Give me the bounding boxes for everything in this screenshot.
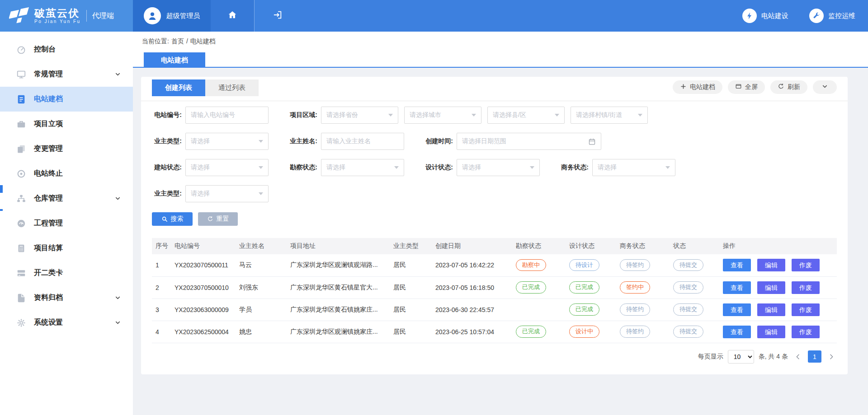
sidebar-item-dashboard[interactable]: 工程管理 <box>0 211 133 236</box>
brand-subtitle: Po Jian Yun Fu <box>34 19 81 24</box>
per-page-label: 每页显示 <box>698 353 723 361</box>
action-view-button[interactable]: 查看 <box>723 303 751 316</box>
card-icon <box>16 268 26 278</box>
chevron-right-icon[interactable] <box>828 353 835 360</box>
action-edit-button[interactable]: 编辑 <box>757 259 785 271</box>
action-void-button[interactable]: 作废 <box>792 281 820 294</box>
sidebar-scrollbar-thumb[interactable] <box>0 185 3 193</box>
sitemap-icon <box>16 194 26 204</box>
sidebar-item-card[interactable]: 开二类卡 <box>0 261 133 285</box>
collapse-toggle-button[interactable] <box>813 80 837 94</box>
brand-area: 破茧云伏 Po Jian Yun Fu 代理端 <box>0 0 133 32</box>
home-icon <box>227 10 237 22</box>
county-select[interactable]: 请选择县/区 <box>487 107 565 124</box>
target-icon <box>16 169 26 179</box>
per-page-select[interactable]: 10 <box>728 350 754 364</box>
page-number-1[interactable]: 1 <box>808 350 821 363</box>
user-menu[interactable]: 超级管理员 <box>133 0 211 32</box>
main-area: 当前位置: 首页 / 电站建档 电站建档 创建列表通过列表 电站建档 <box>133 32 868 415</box>
page-tab-station-archive[interactable]: 电站建档 <box>144 52 205 68</box>
status-badge: 待提交 <box>673 326 703 337</box>
caret-down-icon <box>665 166 670 169</box>
owner-name-label: 业主姓名: <box>288 137 317 145</box>
briefcase-icon <box>16 119 26 129</box>
action-void-button[interactable]: 作废 <box>792 259 820 271</box>
business-status-select[interactable]: 请选择 <box>592 159 675 176</box>
province-select[interactable]: 请选择省份 <box>321 107 398 124</box>
status-badge: 已完成 <box>569 303 599 315</box>
city-select[interactable]: 请选择城市 <box>404 107 481 124</box>
sidebar-item-gear[interactable]: 系统设置 <box>0 310 133 335</box>
sidebar-item-calculator[interactable]: 项目结算 <box>0 236 133 261</box>
sidebar-item-archive[interactable]: 资料归档 <box>0 285 133 310</box>
chevron-down-icon <box>114 319 121 326</box>
build-status-select[interactable]: 请选择 <box>185 159 269 176</box>
files-icon <box>16 144 26 154</box>
action-edit-button[interactable]: 编辑 <box>757 326 785 338</box>
sidebar-item-target[interactable]: 电站终止 <box>0 161 133 186</box>
action-view-button[interactable]: 查看 <box>723 259 751 271</box>
owner-name-input[interactable]: 请输入业主姓名 <box>321 133 404 150</box>
create-time-range-input[interactable]: 请选择日期范围 <box>457 133 601 150</box>
home-button[interactable] <box>211 0 254 32</box>
logout-button[interactable] <box>254 0 300 32</box>
tab-create-list[interactable]: 创建列表 <box>152 79 205 96</box>
column-header: 业主姓名 <box>236 238 287 254</box>
sidebar-scrollbar-mark <box>0 209 3 211</box>
dashboard-icon <box>16 219 26 228</box>
monitor-icon <box>16 70 26 79</box>
status-badge: 勘察中 <box>516 259 546 271</box>
business-status-label: 商务状态: <box>559 163 589 172</box>
owner-type-select[interactable]: 请选择 <box>185 133 269 150</box>
sidebar-item-document[interactable]: 电站建档 <box>0 87 133 112</box>
design-status-label: 设计状态: <box>423 163 453 172</box>
fullscreen-button[interactable]: 全屏 <box>728 80 765 94</box>
caret-down-icon <box>259 166 263 169</box>
table-body: 1YX2023070500011马云广东深圳龙华区观澜镇观湖路...居民2023… <box>152 254 837 343</box>
breadcrumb-home[interactable]: 首页 <box>171 37 184 46</box>
card-toolbar: 电站建档 全屏 刷新 <box>673 80 837 94</box>
caret-down-icon <box>259 140 263 143</box>
column-header: 商务状态 <box>616 238 670 254</box>
search-button[interactable]: 搜索 <box>152 212 193 226</box>
breadcrumb-separator: / <box>186 37 188 46</box>
sidebar-item-briefcase[interactable]: 项目立项 <box>0 112 133 136</box>
sidebar-item-files[interactable]: 变更管理 <box>0 136 133 161</box>
top-nav-wrench[interactable]: 监控运维 <box>809 9 855 23</box>
archive-icon <box>16 293 26 303</box>
logout-icon <box>273 10 283 22</box>
bolt-icon <box>742 9 757 23</box>
action-view-button[interactable]: 查看 <box>723 326 751 338</box>
design-status-select[interactable]: 请选择 <box>457 159 540 176</box>
sidebar-item-sitemap[interactable]: 仓库管理 <box>0 186 133 211</box>
town-select[interactable]: 请选择村镇/街道 <box>571 107 648 124</box>
action-void-button[interactable]: 作废 <box>792 326 820 338</box>
user-avatar-icon <box>144 7 161 24</box>
sidebar-item-gauge[interactable]: 控制台 <box>0 37 133 62</box>
breadcrumb: 当前位置: 首页 / 电站建档 <box>133 32 868 46</box>
caret-down-icon <box>388 114 393 117</box>
survey-status-select[interactable]: 请选择 <box>321 159 404 176</box>
owner-type2-select[interactable]: 请选择 <box>185 185 269 202</box>
reset-button[interactable]: 重置 <box>198 212 238 226</box>
action-edit-button[interactable]: 编辑 <box>757 281 785 294</box>
caret-down-icon <box>638 114 642 117</box>
status-badge: 待签约 <box>620 259 650 271</box>
user-name: 超级管理员 <box>166 12 200 20</box>
pagination: 每页显示 10 条, 共 4 条 1 <box>141 350 848 364</box>
top-nav-bolt[interactable]: 电站建设 <box>742 9 788 23</box>
add-station-button[interactable]: 电站建档 <box>673 80 722 94</box>
action-edit-button[interactable]: 编辑 <box>757 303 785 316</box>
table-header-row: 序号电站编号业主姓名项目地址业主类型创建日期勘察状态设计状态商务状态状态操作 <box>152 238 837 254</box>
region-label: 项目区域: <box>288 111 317 119</box>
chevron-left-icon[interactable] <box>794 353 802 360</box>
action-view-button[interactable]: 查看 <box>723 281 751 294</box>
station-no-label: 电站编号: <box>152 111 182 119</box>
tab-passed-list[interactable]: 通过列表 <box>205 79 259 96</box>
station-no-input[interactable]: 请输入电站编号 <box>185 107 269 124</box>
sidebar-item-monitor[interactable]: 常规管理 <box>0 62 133 87</box>
refresh-button[interactable]: 刷新 <box>770 80 807 94</box>
column-header: 设计状态 <box>566 238 616 254</box>
column-header: 创建日期 <box>432 238 512 254</box>
action-void-button[interactable]: 作废 <box>792 303 820 316</box>
